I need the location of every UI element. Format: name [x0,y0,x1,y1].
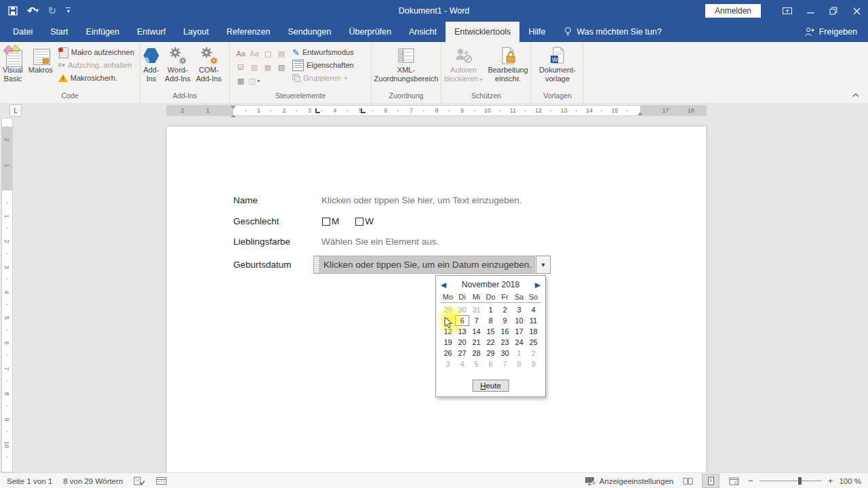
tab-selector[interactable]: L [9,104,22,117]
dropdown-control-icon[interactable]: ▦ [261,60,275,74]
checkbox-m[interactable]: M [322,216,339,226]
undo-dropdown-icon[interactable]: ▾ [36,8,39,14]
design-mode-button[interactable]: ✎ Entwurfsmodus [292,47,354,58]
ribbon-tab[interactable]: Start [41,22,77,42]
calendar-day[interactable]: 29 [484,348,498,359]
today-button[interactable]: Heute [472,380,509,392]
share-button[interactable]: Freigeben [793,22,868,42]
calendar-day[interactable]: 2 [526,348,540,359]
page-count-status[interactable]: Seite 1 von 1 [7,477,52,485]
calendar-day[interactable]: 3 [512,304,526,315]
visual-basic-button[interactable]: VisualBasic [0,43,26,92]
color-dropdown-control[interactable]: Wählen Sie ein Element aus. [321,237,439,247]
word-count-status[interactable]: 8 von 29 Wörtern [63,477,123,485]
horizontal-ruler[interactable]: 211234567891011121314151718 [166,105,707,116]
calendar-day[interactable]: 9 [526,359,540,369]
date-picker-dropdown-button[interactable]: ▼ [536,256,551,274]
ribbon-tab[interactable]: Layout [174,22,218,42]
close-button[interactable] [845,0,868,22]
calendar-day[interactable]: 20 [455,337,469,348]
macro-recording-status-icon[interactable] [156,476,167,485]
restore-button[interactable] [822,0,845,22]
restrict-editing-button[interactable]: Bearbeitungeinschr. [485,43,530,92]
zoom-in-button[interactable]: + [828,477,833,485]
calendar-day[interactable]: 1 [512,348,526,359]
calendar-day[interactable]: 18 [526,326,540,337]
xml-mapping-pane-button[interactable]: XML-Zuordnungsbereich [372,43,441,92]
repeating-section-control-icon[interactable]: ▩ [234,74,248,87]
ribbon-tab[interactable]: Referenzen [218,22,279,42]
calendar-day[interactable]: 1 [484,304,498,315]
sign-in-button[interactable]: Anmelden [705,4,761,18]
calendar-day[interactable]: 23 [498,337,512,348]
proofing-status-icon[interactable] [134,476,145,486]
calendar-day[interactable]: 24 [512,337,526,348]
minimize-button[interactable] [799,0,822,22]
block-authors-button[interactable]: Autorenblockieren▾ [441,43,485,92]
checkbox-w[interactable]: W [355,216,374,226]
web-layout-view-button[interactable] [726,474,742,487]
addins-button[interactable]: Add-Ins [140,43,162,92]
tab-stop-marker[interactable] [361,108,366,113]
calendar-day[interactable]: 16 [498,326,512,337]
ribbon-tab[interactable]: Hilfe [519,22,554,42]
calendar-day[interactable]: 8 [484,315,498,326]
pause-recording-button[interactable]: II● Aufzchng. anhalten [58,60,134,70]
print-layout-view-button[interactable] [702,474,719,488]
calendar-day[interactable]: 26 [441,348,455,359]
zoom-out-button[interactable]: − [748,477,753,485]
ribbon-display-options-icon[interactable] [776,0,799,22]
group-button[interactable]: Gruppieren▾ [292,73,354,83]
ribbon-tab[interactable]: Sendungen [279,22,340,42]
undo-button[interactable]: ↶▾ [27,5,39,17]
customize-qat-icon[interactable]: ▾ [66,7,71,14]
calendar-day[interactable]: 14 [469,326,484,337]
calendar-day[interactable]: 5 [469,359,484,369]
rich-text-control-icon[interactable]: Aa [234,47,248,60]
ribbon-tab[interactable]: Überprüfen [340,22,400,42]
checkbox-m-box[interactable] [322,218,330,226]
save-icon[interactable] [8,6,18,16]
calendar-day[interactable]: 4 [526,304,540,315]
building-block-control-icon[interactable]: ▤ [275,47,288,60]
document-page[interactable]: Name Klicken oder tippen Sie hier, um Te… [166,126,707,474]
calendar-day[interactable]: 30 [498,348,512,359]
word-addins-button[interactable]: Word-Add-Ins [162,43,193,92]
calendar-day[interactable]: 10 [512,315,526,326]
redo-button[interactable]: ↻ [48,5,57,17]
calendar-day[interactable]: 4 [455,359,469,369]
tell-me-search[interactable]: Was möchten Sie tun? [554,22,671,42]
calendar-day[interactable]: 28 [469,348,484,359]
zoom-slider-thumb[interactable] [798,477,802,485]
datepicker-control-icon[interactable]: ▧ [275,60,288,74]
calendar-day[interactable]: 25 [526,337,540,348]
tab-stop-marker[interactable] [315,108,320,113]
calendar-day[interactable]: 21 [469,337,484,348]
calendar-day[interactable]: 15 [484,326,498,337]
calendar-day[interactable]: 17 [512,326,526,337]
ribbon-tab[interactable]: Einfügen [77,22,128,42]
combobox-control-icon[interactable]: ▥ [248,60,261,74]
calendar-day[interactable]: 22 [484,337,498,348]
calendar-day[interactable]: 31 [469,304,484,315]
ribbon-tab[interactable]: Ansicht [400,22,446,42]
calendar-day[interactable]: 7 [469,315,484,326]
calendar-day[interactable]: 6 [484,359,498,369]
ribbon-tab[interactable]: Entwicklertools [446,22,519,42]
read-mode-view-button[interactable] [679,474,696,487]
display-settings-button[interactable]: Anzeigeeinstellungen [585,476,673,485]
checkbox-control-icon[interactable]: ☑ [234,60,248,74]
macro-security-button[interactable]: ! Makrosicherh. [58,73,134,83]
date-picker-control[interactable]: Klicken oder tippen Sie, um ein Datum ei… [313,256,551,274]
com-addins-button[interactable]: COM-Add-Ins [193,43,224,92]
document-template-button[interactable]: W Dokument-vorlage [536,43,578,92]
calendar-day[interactable]: 27 [455,348,469,359]
makros-button[interactable]: Makros [26,43,56,92]
calendar-next-month-icon[interactable]: ▶ [530,281,545,289]
vertical-ruler[interactable]: 2112345678910 [1,118,13,472]
ribbon-tab[interactable]: Datei [4,22,41,42]
checkbox-w-box[interactable] [355,218,363,226]
calendar-day[interactable]: 11 [526,315,540,326]
calendar-day[interactable]: 3 [441,359,455,369]
zoom-level[interactable]: 100 % [839,477,861,485]
